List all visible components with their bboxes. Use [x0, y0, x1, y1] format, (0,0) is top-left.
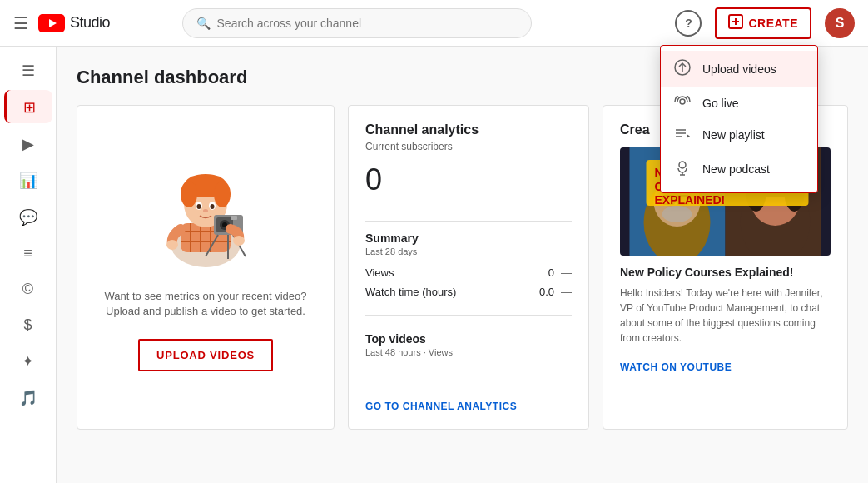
svg-rect-35: [231, 216, 237, 220]
dropdown-item-playlist[interactable]: New playlist: [661, 119, 817, 151]
podcast-icon: [674, 159, 691, 179]
svg-point-48: [662, 206, 692, 222]
create-label: CREATE: [748, 17, 798, 30]
sidebar-item-monetize[interactable]: $: [4, 308, 52, 341]
sidebar-item-videos[interactable]: ▶: [4, 127, 52, 160]
camera-person-illustration: [139, 136, 272, 269]
svg-marker-11: [687, 134, 690, 138]
subscribers-value: 0: [365, 162, 572, 197]
playlist-label: New playlist: [702, 128, 765, 142]
menu-icon[interactable]: ☰: [13, 13, 28, 33]
watch-on-youtube-link[interactable]: WATCH ON YOUTUBE: [620, 361, 732, 373]
header-left: ☰ Studio: [13, 13, 110, 33]
upload-label: Upload videos: [702, 62, 776, 76]
user-avatar[interactable]: S: [825, 8, 855, 38]
svg-text:EXPLAINED!: EXPLAINED!: [655, 193, 726, 207]
svg-point-29: [211, 204, 215, 209]
create-button[interactable]: CREATE: [715, 7, 811, 39]
comments-icon: 💬: [19, 208, 37, 227]
card-analytics: Channel analytics Current subscribers 0 …: [348, 105, 589, 430]
studio-logo-text: Studio: [70, 14, 110, 32]
news-desc: Hello Insiders! Today we're here with Je…: [620, 286, 831, 346]
podcast-label: New podcast: [702, 162, 770, 176]
news-title: New Policy Courses Explained!: [620, 266, 831, 279]
svg-point-39: [166, 240, 178, 250]
sidebar-item-comments[interactable]: 💬: [4, 200, 52, 233]
sidebar-item-menu[interactable]: ☰: [4, 53, 52, 87]
sidebar-item-subtitles[interactable]: ≡: [4, 237, 52, 269]
card-video-text: Want to see metrics on your recent video…: [91, 289, 320, 319]
svg-point-25: [214, 181, 231, 207]
svg-point-28: [197, 204, 201, 209]
sidebar-item-analytics[interactable]: 📊: [4, 163, 52, 197]
sidebar: ☰ ⊞ ▶ 📊 💬 ≡ © $ ✦ 🎵: [0, 47, 57, 483]
copyright-icon: ©: [22, 281, 33, 298]
dropdown-item-golive[interactable]: Go live: [661, 87, 817, 119]
top-videos-period: Last 48 hours · Views: [365, 347, 572, 357]
help-button[interactable]: ?: [675, 10, 702, 37]
upload-videos-button[interactable]: UPLOAD VIDEOS: [138, 339, 273, 371]
header: ☰ Studio 🔍 ? CREATE S: [0, 0, 868, 47]
search-icon: 🔍: [196, 17, 211, 30]
summary-title: Summary: [365, 232, 572, 245]
customize-icon: ✦: [22, 352, 34, 371]
analytics-title: Channel analytics: [365, 122, 572, 137]
sidebar-item-audio[interactable]: 🎵: [4, 381, 52, 414]
divider: [365, 221, 572, 222]
sidebar-item-copyright[interactable]: ©: [4, 272, 52, 305]
svg-point-12: [679, 162, 686, 168]
sidebar-item-dashboard[interactable]: ⊞: [4, 90, 52, 123]
logo: Studio: [38, 14, 110, 32]
go-analytics-link[interactable]: GO TO CHANNEL ANALYTICS: [365, 401, 572, 412]
search-input[interactable]: [217, 17, 518, 30]
playlist-icon: [674, 127, 691, 142]
golive-icon: [674, 96, 691, 111]
watch-label: Watch time (hours): [365, 286, 456, 298]
views-metric: Views 0 —: [365, 266, 572, 279]
hamburger-sidebar-icon: ☰: [22, 62, 35, 80]
views-dash: —: [561, 266, 572, 279]
summary-period: Last 28 days: [365, 246, 572, 256]
dashboard-icon: ⊞: [23, 98, 36, 117]
svg-point-24: [181, 181, 197, 207]
golive-label: Go live: [702, 97, 739, 110]
views-label: Views: [365, 266, 394, 279]
views-value: 0 —: [548, 266, 572, 279]
help-icon: ?: [685, 17, 692, 30]
card-video: Want to see metrics on your recent video…: [77, 105, 335, 430]
create-dropdown-menu: Upload videos Go live New p: [660, 45, 818, 193]
monetize-icon: $: [23, 316, 32, 334]
subscribers-label: Current subscribers: [365, 141, 572, 152]
header-right: ? CREATE S: [675, 7, 855, 39]
search-bar[interactable]: 🔍: [182, 8, 532, 38]
watch-dash: —: [561, 286, 572, 298]
subtitles-icon: ≡: [23, 245, 32, 262]
watch-metric: Watch time (hours) 0.0 —: [365, 286, 572, 298]
divider-2: [365, 315, 572, 316]
watch-value: 0.0 —: [539, 286, 572, 298]
top-videos-title: Top videos: [365, 332, 572, 346]
svg-point-7: [680, 99, 685, 104]
sidebar-item-customize[interactable]: ✦: [4, 344, 52, 377]
videos-icon: ▶: [22, 135, 34, 153]
audio-icon: 🎵: [19, 389, 37, 407]
svg-point-30: [203, 209, 208, 212]
dropdown-item-upload[interactable]: Upload videos: [661, 51, 817, 87]
analytics-icon: 📊: [19, 172, 37, 190]
svg-point-40: [233, 236, 245, 246]
youtube-logo-icon: [38, 14, 65, 32]
dropdown-item-podcast[interactable]: New podcast: [661, 151, 817, 187]
upload-icon: [674, 59, 691, 79]
create-plus-icon: [728, 14, 743, 32]
